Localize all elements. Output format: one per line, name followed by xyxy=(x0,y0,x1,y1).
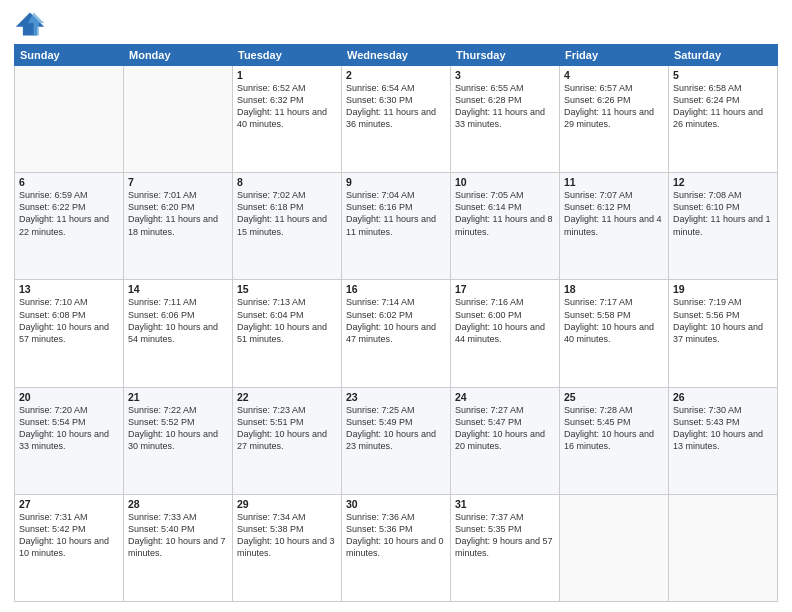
day-number: 11 xyxy=(564,176,664,188)
calendar-cell: 25Sunrise: 7:28 AMSunset: 5:45 PMDayligh… xyxy=(560,387,669,494)
calendar-cell: 20Sunrise: 7:20 AMSunset: 5:54 PMDayligh… xyxy=(15,387,124,494)
day-number: 20 xyxy=(19,391,119,403)
calendar-cell: 24Sunrise: 7:27 AMSunset: 5:47 PMDayligh… xyxy=(451,387,560,494)
calendar-cell: 10Sunrise: 7:05 AMSunset: 6:14 PMDayligh… xyxy=(451,173,560,280)
calendar-cell: 8Sunrise: 7:02 AMSunset: 6:18 PMDaylight… xyxy=(233,173,342,280)
calendar-cell: 14Sunrise: 7:11 AMSunset: 6:06 PMDayligh… xyxy=(124,280,233,387)
day-info: Sunrise: 7:05 AMSunset: 6:14 PMDaylight:… xyxy=(455,189,555,238)
day-info: Sunrise: 7:17 AMSunset: 5:58 PMDaylight:… xyxy=(564,296,664,345)
calendar-table: SundayMondayTuesdayWednesdayThursdayFrid… xyxy=(14,44,778,602)
calendar-cell: 21Sunrise: 7:22 AMSunset: 5:52 PMDayligh… xyxy=(124,387,233,494)
day-number: 28 xyxy=(128,498,228,510)
calendar-cell: 22Sunrise: 7:23 AMSunset: 5:51 PMDayligh… xyxy=(233,387,342,494)
calendar-cell xyxy=(124,66,233,173)
calendar-cell: 5Sunrise: 6:58 AMSunset: 6:24 PMDaylight… xyxy=(669,66,778,173)
day-number: 24 xyxy=(455,391,555,403)
day-info: Sunrise: 7:36 AMSunset: 5:36 PMDaylight:… xyxy=(346,511,446,560)
day-info: Sunrise: 6:58 AMSunset: 6:24 PMDaylight:… xyxy=(673,82,773,131)
day-info: Sunrise: 7:07 AMSunset: 6:12 PMDaylight:… xyxy=(564,189,664,238)
calendar-cell xyxy=(560,494,669,601)
calendar-cell: 19Sunrise: 7:19 AMSunset: 5:56 PMDayligh… xyxy=(669,280,778,387)
calendar-week-1: 1Sunrise: 6:52 AMSunset: 6:32 PMDaylight… xyxy=(15,66,778,173)
calendar-cell: 18Sunrise: 7:17 AMSunset: 5:58 PMDayligh… xyxy=(560,280,669,387)
logo-icon xyxy=(14,10,46,38)
day-info: Sunrise: 7:23 AMSunset: 5:51 PMDaylight:… xyxy=(237,404,337,453)
day-info: Sunrise: 7:28 AMSunset: 5:45 PMDaylight:… xyxy=(564,404,664,453)
day-number: 12 xyxy=(673,176,773,188)
day-number: 15 xyxy=(237,283,337,295)
calendar-header-sunday: Sunday xyxy=(15,45,124,66)
day-info: Sunrise: 7:04 AMSunset: 6:16 PMDaylight:… xyxy=(346,189,446,238)
logo xyxy=(14,10,50,38)
day-info: Sunrise: 7:10 AMSunset: 6:08 PMDaylight:… xyxy=(19,296,119,345)
calendar-header-wednesday: Wednesday xyxy=(342,45,451,66)
calendar-cell: 1Sunrise: 6:52 AMSunset: 6:32 PMDaylight… xyxy=(233,66,342,173)
day-number: 26 xyxy=(673,391,773,403)
calendar-week-3: 13Sunrise: 7:10 AMSunset: 6:08 PMDayligh… xyxy=(15,280,778,387)
day-number: 2 xyxy=(346,69,446,81)
calendar-cell: 23Sunrise: 7:25 AMSunset: 5:49 PMDayligh… xyxy=(342,387,451,494)
day-info: Sunrise: 7:22 AMSunset: 5:52 PMDaylight:… xyxy=(128,404,228,453)
calendar-cell: 27Sunrise: 7:31 AMSunset: 5:42 PMDayligh… xyxy=(15,494,124,601)
calendar-cell: 30Sunrise: 7:36 AMSunset: 5:36 PMDayligh… xyxy=(342,494,451,601)
day-info: Sunrise: 7:08 AMSunset: 6:10 PMDaylight:… xyxy=(673,189,773,238)
day-number: 14 xyxy=(128,283,228,295)
day-info: Sunrise: 7:16 AMSunset: 6:00 PMDaylight:… xyxy=(455,296,555,345)
calendar-cell: 28Sunrise: 7:33 AMSunset: 5:40 PMDayligh… xyxy=(124,494,233,601)
day-number: 13 xyxy=(19,283,119,295)
calendar-cell: 13Sunrise: 7:10 AMSunset: 6:08 PMDayligh… xyxy=(15,280,124,387)
calendar-cell: 31Sunrise: 7:37 AMSunset: 5:35 PMDayligh… xyxy=(451,494,560,601)
day-number: 5 xyxy=(673,69,773,81)
calendar-cell: 4Sunrise: 6:57 AMSunset: 6:26 PMDaylight… xyxy=(560,66,669,173)
day-number: 25 xyxy=(564,391,664,403)
calendar-header-monday: Monday xyxy=(124,45,233,66)
svg-marker-0 xyxy=(16,12,44,35)
day-number: 6 xyxy=(19,176,119,188)
calendar-cell: 12Sunrise: 7:08 AMSunset: 6:10 PMDayligh… xyxy=(669,173,778,280)
calendar-header-thursday: Thursday xyxy=(451,45,560,66)
calendar-cell: 29Sunrise: 7:34 AMSunset: 5:38 PMDayligh… xyxy=(233,494,342,601)
day-info: Sunrise: 7:11 AMSunset: 6:06 PMDaylight:… xyxy=(128,296,228,345)
header xyxy=(14,10,778,38)
calendar-cell: 26Sunrise: 7:30 AMSunset: 5:43 PMDayligh… xyxy=(669,387,778,494)
day-number: 3 xyxy=(455,69,555,81)
day-number: 16 xyxy=(346,283,446,295)
day-number: 23 xyxy=(346,391,446,403)
calendar-cell: 2Sunrise: 6:54 AMSunset: 6:30 PMDaylight… xyxy=(342,66,451,173)
calendar-week-5: 27Sunrise: 7:31 AMSunset: 5:42 PMDayligh… xyxy=(15,494,778,601)
calendar-cell: 17Sunrise: 7:16 AMSunset: 6:00 PMDayligh… xyxy=(451,280,560,387)
day-number: 8 xyxy=(237,176,337,188)
day-number: 17 xyxy=(455,283,555,295)
day-number: 29 xyxy=(237,498,337,510)
day-number: 10 xyxy=(455,176,555,188)
calendar-cell: 9Sunrise: 7:04 AMSunset: 6:16 PMDaylight… xyxy=(342,173,451,280)
day-number: 18 xyxy=(564,283,664,295)
day-number: 4 xyxy=(564,69,664,81)
calendar-cell: 3Sunrise: 6:55 AMSunset: 6:28 PMDaylight… xyxy=(451,66,560,173)
calendar-cell xyxy=(669,494,778,601)
day-number: 21 xyxy=(128,391,228,403)
calendar-cell: 6Sunrise: 6:59 AMSunset: 6:22 PMDaylight… xyxy=(15,173,124,280)
day-info: Sunrise: 6:59 AMSunset: 6:22 PMDaylight:… xyxy=(19,189,119,238)
calendar-cell: 15Sunrise: 7:13 AMSunset: 6:04 PMDayligh… xyxy=(233,280,342,387)
day-number: 31 xyxy=(455,498,555,510)
calendar-header-row: SundayMondayTuesdayWednesdayThursdayFrid… xyxy=(15,45,778,66)
day-info: Sunrise: 7:27 AMSunset: 5:47 PMDaylight:… xyxy=(455,404,555,453)
calendar-week-2: 6Sunrise: 6:59 AMSunset: 6:22 PMDaylight… xyxy=(15,173,778,280)
day-info: Sunrise: 7:02 AMSunset: 6:18 PMDaylight:… xyxy=(237,189,337,238)
day-info: Sunrise: 7:13 AMSunset: 6:04 PMDaylight:… xyxy=(237,296,337,345)
calendar-header-friday: Friday xyxy=(560,45,669,66)
calendar-cell: 11Sunrise: 7:07 AMSunset: 6:12 PMDayligh… xyxy=(560,173,669,280)
day-number: 1 xyxy=(237,69,337,81)
day-info: Sunrise: 7:19 AMSunset: 5:56 PMDaylight:… xyxy=(673,296,773,345)
day-info: Sunrise: 6:54 AMSunset: 6:30 PMDaylight:… xyxy=(346,82,446,131)
day-number: 27 xyxy=(19,498,119,510)
day-info: Sunrise: 7:25 AMSunset: 5:49 PMDaylight:… xyxy=(346,404,446,453)
day-info: Sunrise: 7:31 AMSunset: 5:42 PMDaylight:… xyxy=(19,511,119,560)
page: SundayMondayTuesdayWednesdayThursdayFrid… xyxy=(0,0,792,612)
day-info: Sunrise: 7:33 AMSunset: 5:40 PMDaylight:… xyxy=(128,511,228,560)
calendar-cell xyxy=(15,66,124,173)
day-info: Sunrise: 6:55 AMSunset: 6:28 PMDaylight:… xyxy=(455,82,555,131)
day-number: 9 xyxy=(346,176,446,188)
day-info: Sunrise: 7:20 AMSunset: 5:54 PMDaylight:… xyxy=(19,404,119,453)
